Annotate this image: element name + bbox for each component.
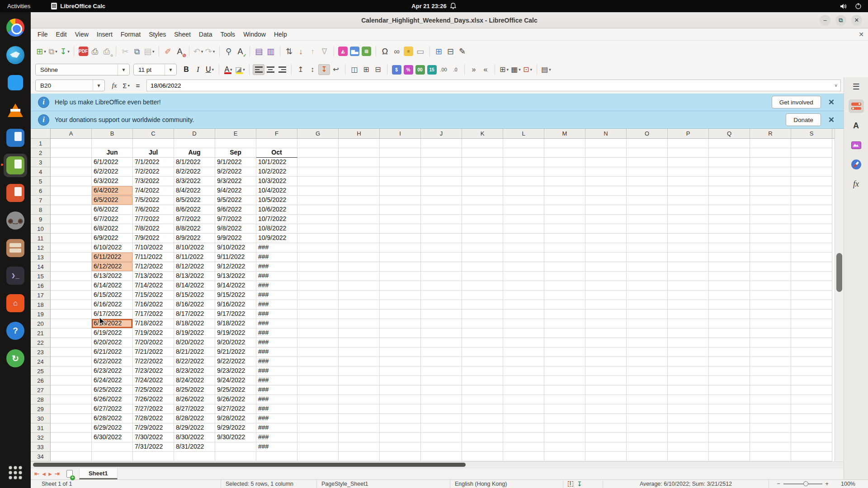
dock-libreoffice-impress-icon[interactable] bbox=[4, 181, 27, 205]
grid-cell-K27[interactable] bbox=[462, 385, 503, 395]
grid-cell-B14[interactable]: 6/12/2022 bbox=[92, 262, 133, 272]
column-header-R[interactable]: R bbox=[750, 129, 791, 138]
grid-cell-J22[interactable] bbox=[421, 338, 462, 347]
column-header-P[interactable]: P bbox=[668, 129, 709, 138]
grid-cell-K21[interactable] bbox=[462, 328, 503, 338]
grid-cell-Q18[interactable] bbox=[709, 300, 750, 310]
grid-cell-J13[interactable] bbox=[421, 253, 462, 262]
print-icon[interactable]: ⎙ bbox=[89, 45, 101, 58]
grid-cell-K23[interactable] bbox=[462, 347, 503, 357]
grid-cell-S2[interactable] bbox=[791, 148, 832, 158]
column-header-M[interactable]: M bbox=[544, 129, 585, 138]
grid-cell-R15[interactable] bbox=[750, 272, 791, 281]
delete-decimal-place-icon[interactable]: .0 bbox=[449, 64, 461, 75]
grid-cell-F33[interactable]: ### bbox=[256, 442, 297, 452]
grid-cell-K22[interactable] bbox=[462, 338, 503, 347]
grid-cell-D31[interactable]: 8/29/2022 bbox=[174, 423, 215, 433]
grid-cell-Q1[interactable] bbox=[709, 139, 750, 148]
next-sheet-icon[interactable]: ▸ bbox=[48, 470, 52, 477]
grid-cell-J23[interactable] bbox=[421, 347, 462, 357]
grid-cell-I6[interactable] bbox=[380, 186, 421, 196]
grid-cell-Q21[interactable] bbox=[709, 328, 750, 338]
grid-cell-C23[interactable]: 7/21/2022 bbox=[133, 347, 174, 357]
format-as-date-icon[interactable]: 15 bbox=[426, 64, 438, 75]
grid-cell-A14[interactable] bbox=[51, 262, 92, 272]
grid-cell-R22[interactable] bbox=[750, 338, 791, 347]
grid-cell-S4[interactable] bbox=[791, 167, 832, 177]
grid-cell-Q17[interactable] bbox=[709, 291, 750, 300]
activities-button[interactable]: Activities bbox=[0, 0, 38, 12]
grid-cell-R14[interactable] bbox=[750, 262, 791, 272]
grid-cell-H25[interactable] bbox=[339, 366, 380, 376]
grid-cell-H21[interactable] bbox=[339, 328, 380, 338]
grid-cell-I32[interactable] bbox=[380, 433, 421, 442]
grid-cell-P28[interactable] bbox=[668, 395, 709, 404]
grid-cell-L4[interactable] bbox=[503, 167, 544, 177]
grid-cell-C19[interactable]: 7/17/2022 bbox=[133, 310, 174, 319]
grid-cell-C33[interactable]: 7/31/2022 bbox=[133, 442, 174, 452]
grid-cell-B24[interactable]: 6/22/2022 bbox=[92, 357, 133, 366]
grid-cell-N13[interactable] bbox=[585, 253, 627, 262]
grid-cell-P20[interactable] bbox=[668, 319, 709, 328]
conditional-formatting-icon[interactable]: ▤▾ bbox=[540, 64, 552, 75]
grid-cell-C14[interactable]: 7/12/2022 bbox=[133, 262, 174, 272]
format-as-percent-icon[interactable]: % bbox=[402, 64, 414, 75]
grid-cell-M17[interactable] bbox=[544, 291, 585, 300]
grid-cell-N4[interactable] bbox=[585, 167, 627, 177]
name-box[interactable]: B20 ▼ bbox=[35, 80, 105, 91]
grid-cell-K8[interactable] bbox=[462, 205, 503, 215]
row-header-34[interactable]: 34 bbox=[31, 452, 51, 461]
menu-styles[interactable]: Styles bbox=[145, 29, 170, 39]
grid-cell-B30[interactable]: 6/28/2022 bbox=[92, 414, 133, 423]
grid-cell-E17[interactable]: 9/15/2022 bbox=[215, 291, 256, 300]
grid-cell-F7[interactable]: 10/5/2022 bbox=[256, 196, 297, 205]
grid-cell-S29[interactable] bbox=[791, 404, 832, 414]
grid-cell-M34[interactable] bbox=[544, 452, 585, 461]
grid-cell-K28[interactable] bbox=[462, 395, 503, 404]
gallery-deck-icon[interactable] bbox=[849, 138, 864, 152]
grid-cell-P12[interactable] bbox=[668, 243, 709, 253]
grid-cell-F10[interactable]: 10/8/2022 bbox=[256, 224, 297, 234]
grid-cell-I3[interactable] bbox=[380, 158, 421, 167]
grid-cell-I12[interactable] bbox=[380, 243, 421, 253]
grid-cell-Q31[interactable] bbox=[709, 423, 750, 433]
grid-cell-S19[interactable] bbox=[791, 310, 832, 319]
grid-cell-K29[interactable] bbox=[462, 404, 503, 414]
menu-window[interactable]: Window bbox=[239, 29, 270, 39]
grid-cell-S30[interactable] bbox=[791, 414, 832, 423]
grid-cell-F1[interactable] bbox=[256, 139, 297, 148]
grid-cell-E27[interactable]: 9/25/2022 bbox=[215, 385, 256, 395]
row-header-5[interactable]: 5 bbox=[31, 177, 51, 186]
last-sheet-icon[interactable]: ⇥ bbox=[55, 470, 60, 477]
grid-cell-J10[interactable] bbox=[421, 224, 462, 234]
grid-cell-F8[interactable]: 10/6/2022 bbox=[256, 205, 297, 215]
grid-cell-M13[interactable] bbox=[544, 253, 585, 262]
insert-mode-icon[interactable] bbox=[568, 481, 573, 487]
grid-cell-F17[interactable]: ### bbox=[256, 291, 297, 300]
grid-cell-C16[interactable]: 7/14/2022 bbox=[133, 281, 174, 291]
grid-cell-L5[interactable] bbox=[503, 177, 544, 186]
grid-cell-K26[interactable] bbox=[462, 376, 503, 385]
page-style-status[interactable]: PageStyle_Sheet1 bbox=[316, 480, 450, 488]
grid-cell-O12[interactable] bbox=[627, 243, 668, 253]
borders-icon[interactable]: ⊞▾ bbox=[498, 64, 510, 75]
grid-cell-N3[interactable] bbox=[585, 158, 627, 167]
grid-cell-F12[interactable]: ### bbox=[256, 243, 297, 253]
grid-cell-S12[interactable] bbox=[791, 243, 832, 253]
grid-cell-F32[interactable]: ### bbox=[256, 433, 297, 442]
grid-cell-B21[interactable]: 6/19/2022 bbox=[92, 328, 133, 338]
row-header-22[interactable]: 22 bbox=[31, 338, 51, 347]
grid-cell-B11[interactable]: 6/9/2022 bbox=[92, 234, 133, 243]
copy-icon[interactable]: ⧉ bbox=[131, 45, 143, 58]
close-infobar-icon[interactable]: ✕ bbox=[826, 98, 836, 107]
selection-status[interactable]: Selected: 5 rows, 1 column bbox=[221, 480, 316, 488]
grid-cell-R28[interactable] bbox=[750, 395, 791, 404]
grid-cell-M27[interactable] bbox=[544, 385, 585, 395]
grid-cell-F5[interactable]: 10/3/2022 bbox=[256, 177, 297, 186]
grid-cell-J31[interactable] bbox=[421, 423, 462, 433]
grid-cell-S6[interactable] bbox=[791, 186, 832, 196]
row-header-20[interactable]: 20 bbox=[31, 319, 51, 328]
grid-cell-F23[interactable]: ### bbox=[256, 347, 297, 357]
grid-cell-D9[interactable]: 8/7/2022 bbox=[174, 215, 215, 224]
grid-cell-C2[interactable]: Jul bbox=[133, 148, 174, 158]
